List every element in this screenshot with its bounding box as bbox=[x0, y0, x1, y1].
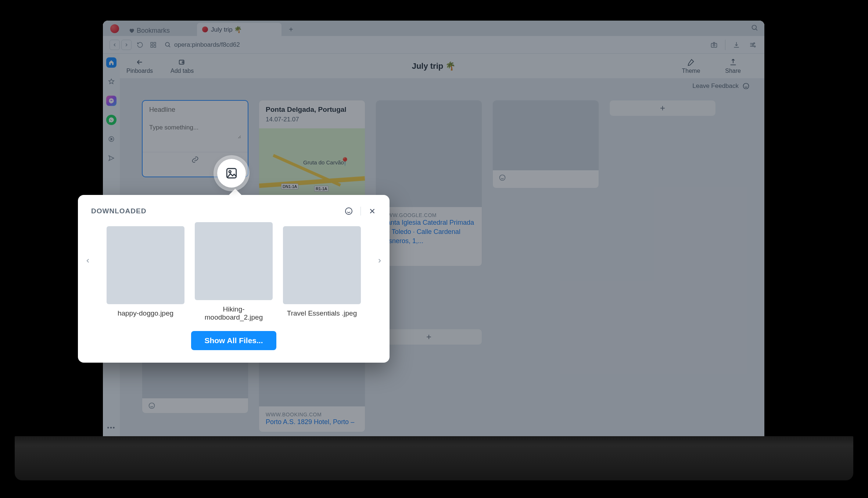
brush-icon bbox=[687, 58, 695, 66]
easysettings-button[interactable] bbox=[747, 40, 758, 50]
popup-header: DOWNLOADED bbox=[91, 207, 376, 216]
sidebar-flow-button[interactable] bbox=[106, 153, 116, 163]
url-text: opera:pinboards/f8cd62 bbox=[174, 41, 240, 49]
shop-react-button[interactable] bbox=[493, 170, 599, 185]
add-card-button[interactable]: + bbox=[609, 100, 716, 116]
shop-card[interactable] bbox=[492, 100, 599, 188]
svg-point-15 bbox=[500, 175, 505, 181]
map-road-r1: R1-1A bbox=[314, 186, 329, 192]
chevron-right-icon bbox=[124, 42, 129, 47]
share-button[interactable]: Share bbox=[716, 58, 750, 74]
tab-favicon-icon bbox=[202, 26, 208, 32]
cathedral-card[interactable]: WWW.GOOGLE.COM Santa Iglesia Catedral Pr… bbox=[376, 100, 482, 266]
thumb-filename: Travel Essentials .jpeg bbox=[287, 309, 357, 317]
sidebar-more-button[interactable]: ••• bbox=[107, 424, 116, 431]
downloads-button[interactable] bbox=[731, 40, 742, 50]
pinboard-title: July trip 🌴 bbox=[412, 61, 456, 71]
pinboards-back-label: Pinboards bbox=[126, 68, 153, 74]
svg-point-16 bbox=[149, 403, 155, 408]
opera-logo-icon[interactable] bbox=[110, 24, 119, 33]
cathedral-title: Santa Iglesia Catedral Primada de Toledo… bbox=[383, 218, 475, 246]
pinboard-title-text: July trip 🌴 bbox=[412, 61, 456, 71]
add-tabs-label: Add tabs bbox=[171, 68, 194, 74]
svg-point-10 bbox=[754, 46, 755, 47]
image-icon bbox=[225, 167, 238, 179]
chevron-right-icon bbox=[376, 257, 383, 264]
tab-strip: Bookmarks July trip 🌴 + bbox=[103, 21, 764, 36]
shop-image bbox=[493, 100, 599, 170]
grid-icon bbox=[150, 42, 157, 48]
carousel-prev-button[interactable] bbox=[82, 255, 93, 266]
address-bar: opera:pinboards/f8cd62 bbox=[103, 36, 764, 54]
popup-section-title: DOWNLOADED bbox=[91, 207, 146, 215]
show-all-files-button[interactable]: Show All Files... bbox=[191, 331, 276, 350]
nav-forward-button[interactable] bbox=[121, 40, 132, 50]
popup-emoji-button[interactable] bbox=[344, 207, 353, 216]
cathedral-source: WWW.GOOGLE.COM bbox=[383, 212, 475, 218]
thumb-filename: Hiking-moodboard_2.jpeg bbox=[195, 305, 273, 321]
search-icon bbox=[751, 24, 758, 32]
sidebar-player-button[interactable] bbox=[106, 134, 116, 144]
add-card-button-2[interactable]: + bbox=[376, 329, 482, 345]
sidebar-bookmarks-button[interactable] bbox=[106, 77, 116, 87]
sidebar-messenger-button[interactable] bbox=[106, 96, 116, 106]
messenger-icon bbox=[108, 98, 114, 104]
tab-search-button[interactable] bbox=[751, 24, 758, 32]
arrow-left-icon bbox=[136, 58, 144, 66]
download-item[interactable]: Hiking-moodboard_2.jpeg bbox=[195, 222, 273, 321]
smile-icon bbox=[148, 402, 155, 409]
bookmarks-label: Bookmarks bbox=[137, 27, 170, 35]
plus-icon: + bbox=[426, 332, 431, 342]
new-tab-button[interactable]: + bbox=[285, 23, 297, 36]
carousel-next-button[interactable] bbox=[374, 255, 385, 266]
theme-button[interactable]: Theme bbox=[673, 58, 709, 74]
map-title: Ponta Delgada, Portugal bbox=[266, 106, 358, 114]
star-icon bbox=[108, 78, 115, 85]
play-circle-icon bbox=[108, 136, 115, 142]
speeddial-button[interactable] bbox=[148, 40, 158, 50]
note-body-input[interactable] bbox=[149, 124, 241, 139]
url-field[interactable]: opera:pinboards/f8cd62 bbox=[162, 41, 705, 49]
map-poi-label: Gruta do Carvão bbox=[303, 159, 344, 166]
add-tabs-button[interactable]: Add tabs bbox=[162, 58, 202, 74]
reload-button[interactable] bbox=[135, 40, 145, 50]
svg-point-7 bbox=[713, 44, 715, 46]
svg-rect-6 bbox=[711, 43, 717, 47]
sidebar-whatsapp-button[interactable] bbox=[106, 115, 116, 125]
share-icon bbox=[729, 58, 737, 66]
bookmarks-button[interactable]: Bookmarks bbox=[123, 25, 175, 36]
camera-icon bbox=[710, 41, 718, 49]
svg-point-19 bbox=[345, 208, 352, 214]
sidebar-home-button[interactable] bbox=[106, 57, 116, 68]
svg-rect-1 bbox=[151, 42, 153, 44]
add-tabs-icon bbox=[178, 58, 186, 66]
download-item[interactable]: happy-doggo.jpeg bbox=[107, 226, 184, 317]
smile-icon[interactable] bbox=[742, 82, 750, 90]
lake-react-button[interactable] bbox=[142, 398, 248, 413]
download-thumbs: happy-doggo.jpeg Hiking-moodboard_2.jpeg… bbox=[91, 222, 376, 321]
pinboards-back-button[interactable]: Pinboards bbox=[118, 58, 162, 74]
sliders-icon bbox=[749, 41, 756, 49]
svg-point-8 bbox=[754, 43, 755, 44]
chevron-left-icon bbox=[85, 257, 91, 264]
svg-point-12 bbox=[743, 83, 749, 89]
image-attach-badge[interactable] bbox=[217, 159, 246, 188]
leave-feedback-link[interactable]: Leave Feedback bbox=[692, 82, 739, 90]
map-dates: 14.07-21.07 bbox=[266, 116, 358, 123]
reload-icon bbox=[137, 42, 143, 48]
nav-buttons bbox=[110, 40, 132, 50]
download-item[interactable]: Travel Essentials .jpeg bbox=[283, 226, 361, 317]
active-tab[interactable]: July trip 🌴 bbox=[197, 23, 281, 36]
chevron-left-icon bbox=[112, 42, 117, 47]
home-icon bbox=[108, 60, 114, 65]
svg-rect-4 bbox=[154, 45, 156, 47]
snapshot-button[interactable] bbox=[709, 40, 719, 50]
url-right-actions bbox=[709, 40, 758, 50]
send-icon bbox=[108, 155, 115, 161]
note-headline-input[interactable] bbox=[149, 106, 241, 114]
plus-icon: + bbox=[660, 103, 665, 113]
popup-close-button[interactable] bbox=[368, 207, 376, 215]
cathedral-react-button[interactable] bbox=[376, 251, 482, 266]
nav-back-button[interactable] bbox=[110, 40, 120, 50]
laptop-base bbox=[15, 436, 853, 480]
